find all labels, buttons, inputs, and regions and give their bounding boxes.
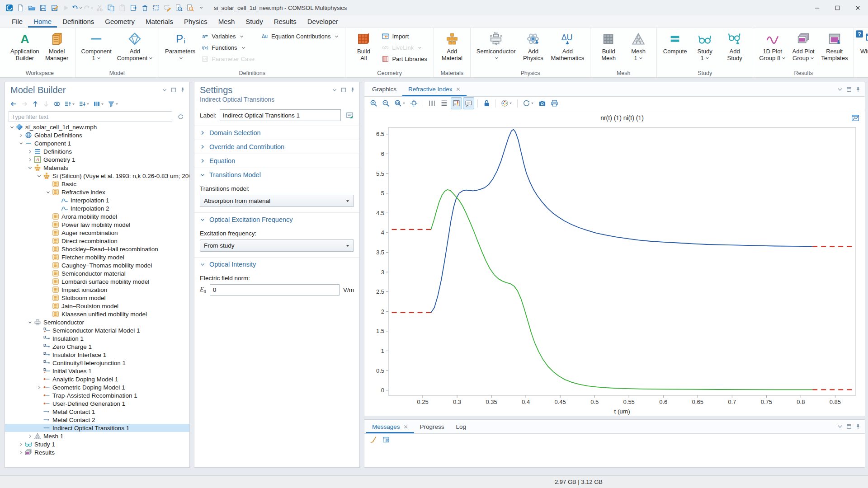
tree-item-insulator-interface-1[interactable]: DInsulator Interface 1 — [5, 351, 189, 359]
refresh-filter-button[interactable] — [175, 111, 186, 122]
section-optical-intensity[interactable]: Optical Intensity — [194, 257, 359, 271]
tree-item-study-1[interactable]: Study 1 — [5, 440, 189, 448]
electric-field-input[interactable] — [210, 284, 340, 296]
expander-closed-icon[interactable] — [18, 441, 24, 448]
excitation-frequency-select[interactable]: From study — [200, 239, 354, 252]
tree-item-continuity-heterojunction-1[interactable]: DContinuity/Heterojunction 1 — [5, 359, 189, 367]
panel-pin-button[interactable] — [179, 87, 186, 93]
caret-button[interactable] — [196, 2, 207, 14]
menu-definitions[interactable]: Definitions — [57, 15, 99, 28]
comsol-logo-button[interactable] — [4, 2, 14, 14]
tree-item-analytic-doping-model-1[interactable]: Analytic Doping Model 1 — [5, 375, 189, 383]
ribbon-model-manager-button[interactable]: ModelManager — [42, 30, 72, 62]
expander-closed-icon[interactable] — [18, 449, 24, 456]
tree-item-lombardi-surface-mobility-model[interactable]: Lombardi surface mobility model — [5, 277, 189, 286]
section-override-and-contribution[interactable]: Override and Contribution — [194, 140, 359, 154]
rename-button[interactable] — [344, 110, 355, 121]
tree-item-materials[interactable]: Materials — [5, 164, 189, 172]
expand-all-button[interactable] — [77, 99, 91, 109]
close-tab-icon[interactable] — [403, 424, 408, 429]
section-domain-selection[interactable]: Domain Selection — [194, 126, 359, 140]
ribbon-build-mesh-button[interactable]: BuildMesh — [594, 30, 623, 62]
menu-physics[interactable]: Physics — [179, 15, 213, 28]
menu-home[interactable]: Home — [28, 15, 57, 28]
find-zoom-button[interactable] — [173, 2, 184, 14]
panel-menu-button[interactable] — [331, 87, 338, 93]
tree-item-impact-ionization[interactable]: Impact ionization — [5, 286, 189, 294]
ribbon-1d-plot-group-8-button[interactable]: 1D PlotGroup 8 — [756, 30, 788, 62]
filter-input[interactable] — [9, 111, 172, 122]
zoom-out-button[interactable] — [380, 97, 392, 109]
plot-area[interactable] — [388, 127, 856, 395]
tree-item-direct-recombination[interactable]: Direct recombination — [5, 237, 189, 245]
delete-button[interactable] — [139, 2, 150, 14]
expander-closed-icon[interactable] — [18, 132, 24, 139]
tree-item-semiconductor[interactable]: Semiconductor — [5, 318, 189, 326]
help-button[interactable]: ? — [855, 30, 863, 38]
tree-item-arora-mobility-model[interactable]: Arora mobility model — [5, 212, 189, 221]
transitions-model-select[interactable]: Absorption from material — [200, 195, 354, 207]
tab-graphics[interactable]: Graphics — [366, 82, 402, 96]
search-file-button[interactable] — [184, 2, 195, 14]
panel-float-button[interactable] — [340, 87, 347, 93]
expander-open-icon[interactable] — [18, 140, 24, 147]
zoom-in-button[interactable] — [368, 97, 379, 109]
expander-open-icon[interactable] — [36, 173, 42, 179]
tree-item-mesh-1[interactable]: Mesh 1 — [5, 432, 189, 440]
expander-open-icon[interactable] — [27, 319, 33, 326]
ribbon-add-study-button[interactable]: AddStudy — [720, 30, 750, 62]
tree-item-initial-values-1[interactable]: DInitial Values 1 — [5, 367, 189, 375]
tree-item-power-law-mobility-model[interactable]: Power law mobility model — [5, 221, 189, 229]
export-msg-button[interactable] — [381, 434, 392, 446]
section-optical-excitation-frequency[interactable]: Optical Excitation Frequency — [194, 212, 359, 226]
tree-item-insulation-1[interactable]: DInsulation 1 — [5, 334, 189, 343]
tree-item-indirect-optical-transitions-1[interactable]: Indirect Optical Transitions 1 — [5, 424, 189, 432]
menu-mesh[interactable]: Mesh — [213, 15, 241, 28]
tree-item-interpolation-1[interactable]: Interpolation 1 — [5, 196, 189, 204]
ribbon-part-libraries-button[interactable]: Part Libraries — [378, 53, 430, 65]
funnel-button[interactable] — [106, 99, 120, 109]
redo-button[interactable] — [83, 2, 94, 14]
ribbon-semiconductor-button[interactable]: MePPNSemiconductor — [474, 30, 519, 62]
plot-window-icon[interactable] — [851, 114, 859, 122]
close-button[interactable] — [848, 0, 868, 15]
tree-item-metal-contact-1[interactable]: Metal Contact 1 — [5, 408, 189, 416]
broom-button[interactable] — [368, 434, 379, 446]
minimize-button[interactable] — [807, 0, 827, 15]
tree-item-user-defined-generation-1[interactable]: User-Defined Generation 1 — [5, 399, 189, 408]
tree-item-zero-charge-1[interactable]: DZero Charge 1 — [5, 343, 189, 351]
tree-item-slotboom-model[interactable]: Slotboom model — [5, 294, 189, 302]
ribbon-functions-button[interactable]: f(x)Functions — [198, 42, 258, 53]
arrow-right-button[interactable] — [19, 99, 29, 109]
ribbon-import-button[interactable]: Import — [378, 31, 430, 42]
tree-item-shockley-read-hall-recombination[interactable]: Shockley–Read–Hall recombination — [5, 245, 189, 253]
arrow-left-button[interactable] — [9, 99, 19, 109]
copy-button[interactable] — [105, 2, 116, 14]
section-equation[interactable]: Equation — [194, 154, 359, 168]
ribbon-add-material-button[interactable]: AddMaterial — [437, 30, 467, 62]
duplicate-button[interactable] — [128, 2, 139, 14]
expander-closed-icon[interactable] — [27, 156, 33, 163]
cut-button[interactable] — [94, 2, 105, 14]
panel-float-button[interactable] — [846, 423, 852, 430]
ribbon-build-all-button[interactable]: BuildAll — [349, 30, 378, 62]
panel-pin-button[interactable] — [349, 87, 356, 93]
panel-float-button[interactable] — [846, 86, 852, 93]
print-button[interactable] — [549, 97, 560, 109]
tab-log[interactable]: Log — [450, 420, 472, 433]
ribbon-add-plot-group-button[interactable]: Add PlotGroup — [788, 30, 818, 62]
ribbon-variables-button[interactable]: a=Variables — [198, 31, 258, 42]
vgrid-button[interactable] — [426, 97, 438, 109]
ribbon-application-builder-button[interactable]: AApplicationBuilder — [8, 30, 42, 62]
tree-item-basic[interactable]: Basic — [5, 180, 189, 188]
tree-item-semiconductor-material-model-1[interactable]: DSemiconductor Material Model 1 — [5, 326, 189, 334]
tree-item-si-solar-cell-1d-new-mph[interactable]: si_solar_cell_1d_new.mph — [5, 123, 189, 131]
ribbon-study-1-button[interactable]: Study1 — [690, 30, 720, 62]
open-file-button[interactable] — [26, 2, 37, 14]
menu-materials[interactable]: Materials — [140, 15, 179, 28]
zoom-box-button[interactable] — [392, 97, 407, 109]
new-file-button[interactable] — [15, 2, 26, 14]
update-button[interactable] — [521, 97, 536, 109]
camera-button[interactable] — [537, 97, 548, 109]
ribbon-parameters-button[interactable]: PiParameters — [162, 30, 198, 62]
